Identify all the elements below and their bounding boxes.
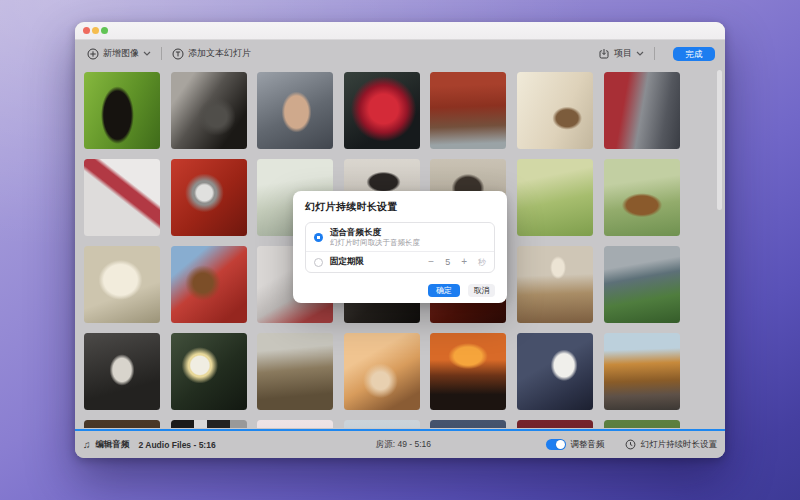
- option-fit-audio[interactable]: 适合音频长度 幻灯片时间取决于音频长度: [306, 223, 494, 251]
- photo-red-car-headlight[interactable]: [171, 159, 247, 236]
- project-button[interactable]: 项目: [596, 47, 646, 60]
- duration-stepper: − 5 + 秒: [428, 257, 486, 268]
- photo-football-player[interactable]: [171, 246, 247, 323]
- traffic-lights: [83, 27, 108, 34]
- fixed-duration-label: 固定期限: [330, 256, 364, 268]
- photo-wheat-field[interactable]: [517, 159, 593, 236]
- dialog-title: 幻灯片持续时长设置: [305, 200, 495, 214]
- add-text-slide-label: 添加文本幻灯片: [188, 47, 251, 60]
- add-image-label: 新增图像: [103, 47, 139, 60]
- done-button[interactable]: 完成: [673, 47, 715, 61]
- project-label: 项目: [614, 47, 632, 60]
- desktop-background: 新增图像 添加文本幻灯片 项目 完成 ♫ 编辑音频: [0, 0, 800, 500]
- text-circle-icon: [172, 48, 184, 60]
- photo-camera-portrait[interactable]: [84, 333, 160, 410]
- photo-phone-in-hands[interactable]: [344, 333, 420, 410]
- photo-sunset-silhouette[interactable]: [430, 333, 506, 410]
- photo-autumn-road[interactable]: [604, 333, 680, 410]
- add-text-slide-button[interactable]: 添加文本幻灯片: [170, 47, 253, 60]
- scrollbar-thumb[interactable]: [717, 70, 722, 210]
- photo-champagne-toast[interactable]: [604, 72, 680, 149]
- toolbar-divider: [654, 47, 655, 60]
- toolbar-divider: [161, 47, 162, 60]
- stepper-unit-label: 秒: [478, 257, 486, 268]
- photo-leather-satchel[interactable]: [604, 159, 680, 236]
- photo-vintage-camera[interactable]: [171, 72, 247, 149]
- photo-holding-hands[interactable]: [257, 72, 333, 149]
- plus-circle-icon: [87, 48, 99, 60]
- photo-denim-scene[interactable]: [430, 420, 506, 428]
- chevron-down-icon: [143, 51, 151, 56]
- chevron-down-icon: [636, 51, 644, 56]
- project-export-icon: [598, 48, 610, 60]
- photo-pale-structure[interactable]: [344, 420, 420, 428]
- fullscreen-window-button[interactable]: [101, 27, 108, 34]
- photo-reading-in-car[interactable]: [517, 333, 593, 410]
- photo-water-lily[interactable]: [171, 333, 247, 410]
- radio-fixed-duration[interactable]: [314, 258, 323, 267]
- audio-section: ♫ 编辑音频 2 Audio Files - 5:16: [83, 439, 216, 451]
- minimize-window-button[interactable]: [92, 27, 99, 34]
- photo-pale-blossom[interactable]: [257, 420, 333, 428]
- duration-options-group: 适合音频长度 幻灯片时间取决于音频长度 固定期限 − 5 + 秒: [305, 222, 495, 273]
- bottom-bar: ♫ 编辑音频 2 Audio Files - 5:16 房源: 49 - 5:1…: [75, 429, 725, 458]
- cancel-button[interactable]: 取消: [468, 284, 495, 297]
- dialog-buttons: 确定 取消: [305, 284, 495, 297]
- edit-audio-button[interactable]: 编辑音频: [96, 439, 130, 451]
- stepper-decrease-button[interactable]: −: [428, 257, 434, 267]
- duration-settings-button[interactable]: 幻灯片持续时长设置: [641, 439, 718, 451]
- photo-green-figures[interactable]: [604, 420, 680, 428]
- photo-red-pavilion[interactable]: [430, 72, 506, 149]
- photo-open-notebook[interactable]: [84, 246, 160, 323]
- window-titlebar: [75, 22, 725, 40]
- photo-dark-red-scene[interactable]: [517, 420, 593, 428]
- photo-striped-scene[interactable]: [171, 420, 247, 428]
- clock-icon: [625, 439, 636, 450]
- toggle-knob: [556, 440, 565, 449]
- music-note-icon: ♫: [83, 439, 91, 450]
- audio-files-info: 2 Audio Files - 5:16: [139, 440, 216, 450]
- radio-fit-audio[interactable]: [314, 233, 323, 242]
- photo-red-ribbon-gift[interactable]: [84, 159, 160, 236]
- stepper-increase-button[interactable]: +: [461, 257, 467, 267]
- photo-guitar-on-grass[interactable]: [84, 72, 160, 149]
- photo-harvest-hands[interactable]: [604, 246, 680, 323]
- toolbar: 新增图像 添加文本幻灯片 项目 完成: [75, 40, 725, 67]
- add-image-button[interactable]: 新增图像: [85, 47, 153, 60]
- adjust-audio-label: 调整音频: [571, 439, 605, 451]
- slides-info: 房源: 49 - 5:16: [376, 431, 431, 458]
- photo-dark-scene-1[interactable]: [84, 420, 160, 428]
- photo-red-rose[interactable]: [344, 72, 420, 149]
- photo-writing-hand[interactable]: [517, 72, 593, 149]
- fit-audio-label: 适合音频长度: [330, 227, 420, 238]
- slide-duration-dialog: 幻灯片持续时长设置 适合音频长度 幻灯片时间取决于音频长度 固定期限 − 5: [293, 191, 507, 303]
- app-window: 新增图像 添加文本幻灯片 项目 完成 ♫ 编辑音频: [75, 22, 725, 458]
- adjust-audio-toggle[interactable]: [546, 439, 566, 450]
- stepper-value: 5: [445, 257, 450, 267]
- photo-desert-jumper[interactable]: [517, 246, 593, 323]
- fit-audio-description: 幻灯片时间取决于音频长度: [330, 238, 420, 247]
- confirm-button[interactable]: 确定: [428, 284, 460, 297]
- close-window-button[interactable]: [83, 27, 90, 34]
- bottom-right-controls: 调整音频 幻灯片持续时长设置: [546, 439, 718, 451]
- photo-dry-reeds[interactable]: [257, 333, 333, 410]
- option-fixed-duration[interactable]: 固定期限 − 5 + 秒: [306, 252, 494, 272]
